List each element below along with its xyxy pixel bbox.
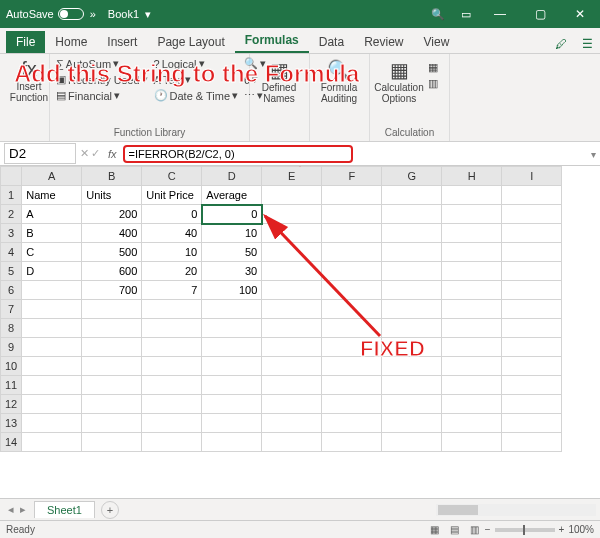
row-10[interactable]: 10	[1, 357, 22, 376]
comments-button[interactable]: ☰	[574, 37, 600, 53]
row-9[interactable]: 9	[1, 338, 22, 357]
col-i[interactable]: I	[502, 167, 562, 186]
logical-button[interactable]: ?Logical ▾	[152, 56, 241, 71]
zoom-value[interactable]: 100%	[568, 524, 594, 535]
cell[interactable]: 400	[82, 224, 142, 243]
financial-button[interactable]: ▤Financial ▾	[54, 88, 150, 103]
cell[interactable]: B	[22, 224, 82, 243]
cell[interactable]	[442, 205, 502, 224]
cell[interactable]	[262, 205, 322, 224]
cell[interactable]	[322, 262, 382, 281]
cell[interactable]	[502, 262, 562, 281]
row-7[interactable]: 7	[1, 300, 22, 319]
autosum-button[interactable]: ∑AutoSum ▾	[54, 56, 150, 71]
share-button[interactable]: 🖊	[548, 37, 574, 53]
row-11[interactable]: 11	[1, 376, 22, 395]
cell[interactable]: 7	[142, 281, 202, 300]
fx-label[interactable]: fx	[108, 148, 117, 160]
calc-options-button[interactable]: ▦ Calculation Options	[374, 56, 424, 104]
cell[interactable]	[382, 205, 442, 224]
cell[interactable]: C	[22, 243, 82, 262]
cell[interactable]	[262, 281, 322, 300]
cell[interactable]: 200	[82, 205, 142, 224]
maximize-button[interactable]: ▢	[520, 0, 560, 28]
row-8[interactable]: 8	[1, 319, 22, 338]
add-sheet-button[interactable]: +	[101, 501, 119, 519]
cell[interactable]	[322, 224, 382, 243]
cell[interactable]	[502, 243, 562, 262]
cell[interactable]	[382, 224, 442, 243]
cell[interactable]: 500	[82, 243, 142, 262]
zoom-slider[interactable]	[495, 528, 555, 532]
tab-file[interactable]: File	[6, 31, 45, 53]
cell[interactable]: 10	[202, 224, 262, 243]
cell[interactable]: 10	[142, 243, 202, 262]
cell[interactable]: 40	[142, 224, 202, 243]
defined-names-button[interactable]: ▦ Defined Names	[254, 56, 304, 104]
row-12[interactable]: 12	[1, 395, 22, 414]
cell[interactable]: 30	[202, 262, 262, 281]
col-f[interactable]: F	[322, 167, 382, 186]
saved-dropdown-icon[interactable]: ▾	[145, 8, 151, 21]
row-5[interactable]: 5	[1, 262, 22, 281]
row-13[interactable]: 13	[1, 414, 22, 433]
autosave-toggle[interactable]	[58, 8, 84, 20]
col-g[interactable]: G	[382, 167, 442, 186]
tab-data[interactable]: Data	[309, 31, 354, 53]
expand-formula-bar-icon[interactable]: ▾	[591, 149, 596, 160]
cell[interactable]	[502, 205, 562, 224]
col-h[interactable]: H	[442, 167, 502, 186]
cell[interactable]	[22, 281, 82, 300]
cell[interactable]	[382, 186, 442, 205]
tab-home[interactable]: Home	[45, 31, 97, 53]
cell[interactable]	[322, 281, 382, 300]
cell[interactable]	[262, 262, 322, 281]
row-1[interactable]: 1	[1, 186, 22, 205]
tab-insert[interactable]: Insert	[97, 31, 147, 53]
sheet-prev-icon[interactable]: ◂	[8, 503, 14, 516]
datetime-button[interactable]: 🕐Date & Time ▾	[152, 88, 241, 103]
view-layout-icon[interactable]: ▤	[445, 524, 465, 535]
col-d[interactable]: D	[202, 167, 262, 186]
cell[interactable]	[502, 281, 562, 300]
insert-function-button[interactable]: fx Insert Function	[4, 56, 54, 103]
cell[interactable]	[442, 262, 502, 281]
ribbon-options-icon[interactable]: ▭	[452, 8, 480, 21]
row-14[interactable]: 14	[1, 433, 22, 452]
sheet-next-icon[interactable]: ▸	[20, 503, 26, 516]
cell[interactable]: 20	[142, 262, 202, 281]
tab-page-layout[interactable]: Page Layout	[147, 31, 234, 53]
spreadsheet-grid[interactable]: A B C D E F G H I 1 Name Units Unit Pric…	[0, 166, 562, 452]
cell[interactable]	[442, 224, 502, 243]
cell[interactable]	[382, 243, 442, 262]
enter-icon[interactable]: ✓	[91, 147, 100, 160]
zoom-out-button[interactable]: −	[485, 524, 491, 535]
horizontal-scrollbar[interactable]	[436, 504, 596, 516]
cell[interactable]	[322, 243, 382, 262]
col-b[interactable]: B	[82, 167, 142, 186]
cell[interactable]	[322, 205, 382, 224]
cell[interactable]	[382, 281, 442, 300]
cell[interactable]	[442, 243, 502, 262]
close-button[interactable]: ✕	[560, 0, 600, 28]
search-icon[interactable]: 🔍	[424, 8, 452, 21]
cell[interactable]: Average	[202, 186, 262, 205]
cancel-icon[interactable]: ✕	[80, 147, 89, 160]
cell[interactable]: 600	[82, 262, 142, 281]
zoom-in-button[interactable]: +	[559, 524, 565, 535]
view-break-icon[interactable]: ▥	[465, 524, 485, 535]
calc-sheet-button[interactable]: ▥	[426, 76, 440, 91]
cell[interactable]	[382, 262, 442, 281]
cell[interactable]	[262, 186, 322, 205]
tab-view[interactable]: View	[414, 31, 460, 53]
cell[interactable]	[442, 281, 502, 300]
row-3[interactable]: 3	[1, 224, 22, 243]
name-box[interactable]	[4, 143, 76, 164]
cell[interactable]	[442, 186, 502, 205]
cell[interactable]: 50	[202, 243, 262, 262]
cell[interactable]: Units	[82, 186, 142, 205]
cell[interactable]: D	[22, 262, 82, 281]
tab-review[interactable]: Review	[354, 31, 413, 53]
view-normal-icon[interactable]: ▦	[425, 524, 445, 535]
cell[interactable]: 100	[202, 281, 262, 300]
